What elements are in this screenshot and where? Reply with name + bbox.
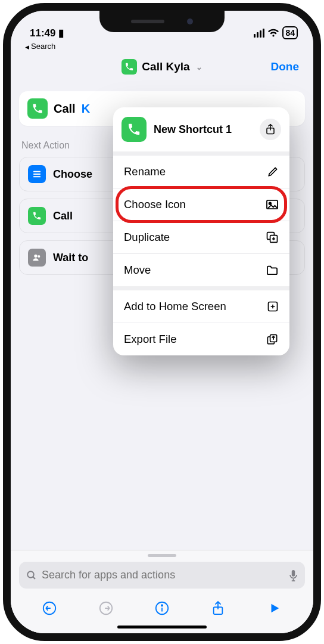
svg-rect-14 xyxy=(292,569,295,576)
pencil-icon xyxy=(267,166,279,178)
battery-icon: 84 xyxy=(282,26,298,39)
search-input[interactable] xyxy=(42,569,284,581)
menu-item-duplicate[interactable]: Duplicate xyxy=(113,221,289,254)
duplicate-icon xyxy=(266,231,279,244)
drag-handle[interactable] xyxy=(148,554,176,557)
title-bar: Call Kyla ⌄ Done xyxy=(11,51,313,83)
status-time: 11:49 ▮ xyxy=(30,27,64,39)
share-button[interactable] xyxy=(209,599,227,617)
popup-header: New Shortcut 1 xyxy=(113,107,289,156)
phone-icon xyxy=(122,117,147,142)
svg-point-18 xyxy=(161,605,163,606)
phone-icon xyxy=(28,207,46,225)
mic-icon[interactable] xyxy=(289,569,298,581)
svg-rect-2 xyxy=(33,176,40,177)
menu-icon xyxy=(28,165,46,183)
image-icon xyxy=(266,199,279,210)
svg-rect-1 xyxy=(33,174,40,175)
undo-button[interactable] xyxy=(40,599,58,617)
back-to-search-link[interactable]: Search xyxy=(11,42,313,51)
notch xyxy=(99,11,225,32)
menu-item-rename[interactable]: Rename xyxy=(113,156,289,188)
info-button[interactable] xyxy=(153,599,171,617)
wifi-icon xyxy=(267,29,279,38)
search-bar[interactable] xyxy=(19,562,305,589)
screen: 11:49 ▮ 84 Search Call Kyla ⌄ Done xyxy=(11,11,313,633)
svg-point-4 xyxy=(38,255,40,258)
play-button[interactable] xyxy=(266,599,284,617)
device-frame: 11:49 ▮ 84 Search Call Kyla ⌄ Done xyxy=(3,3,321,641)
menu-item-add-home[interactable]: Add to Home Screen xyxy=(113,290,289,323)
chevron-down-icon[interactable]: ⌄ xyxy=(196,63,202,72)
popup-title: New Shortcut 1 xyxy=(154,123,253,136)
action-argument: K xyxy=(82,102,90,116)
page-title[interactable]: Call Kyla xyxy=(142,60,189,73)
plus-square-icon xyxy=(267,301,279,312)
folder-icon xyxy=(266,265,279,275)
svg-rect-0 xyxy=(33,171,40,172)
phone-icon xyxy=(27,98,48,119)
export-icon xyxy=(266,333,279,346)
menu-item-move[interactable]: Move xyxy=(113,254,289,290)
svg-point-3 xyxy=(34,255,37,258)
toolbar xyxy=(11,595,313,622)
svg-point-7 xyxy=(269,202,272,205)
context-menu: New Shortcut 1 Rename Choose Icon D xyxy=(113,107,289,355)
action-verb: Call xyxy=(54,102,76,116)
svg-point-13 xyxy=(27,571,34,578)
signal-bars-icon xyxy=(254,29,264,38)
search-icon xyxy=(26,570,37,581)
menu-item-export[interactable]: Export File xyxy=(113,323,289,355)
done-button[interactable]: Done xyxy=(271,60,300,73)
home-indicator[interactable] xyxy=(117,626,207,628)
phone-icon xyxy=(122,59,137,75)
person-icon xyxy=(28,249,46,267)
menu-item-choose-icon[interactable]: Choose Icon xyxy=(113,188,289,221)
bottom-panel xyxy=(11,550,313,633)
redo-button[interactable] xyxy=(97,599,115,617)
share-button[interactable] xyxy=(260,119,281,140)
